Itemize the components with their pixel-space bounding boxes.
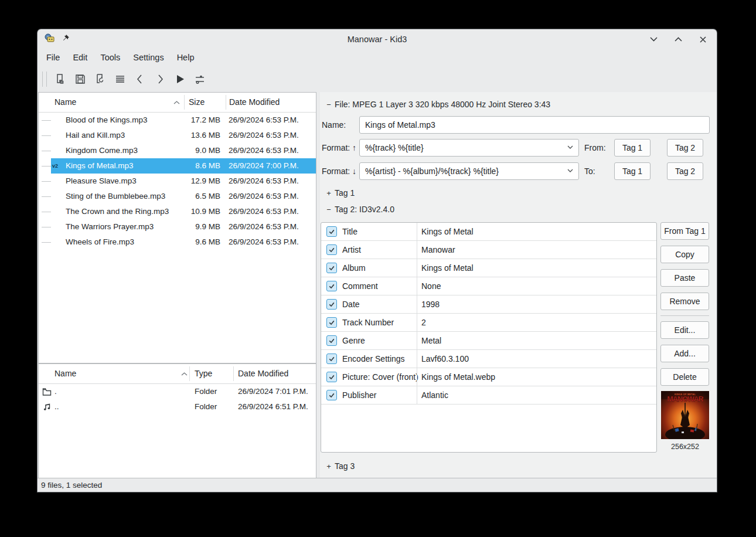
tag3-section-toggle[interactable]: + <box>325 461 333 471</box>
file-col-size[interactable]: Size <box>189 93 205 112</box>
file-name: Sting of the Bumblebee.mp3 <box>66 189 165 204</box>
frame-value[interactable]: Kings of Metal <box>421 259 656 277</box>
from-tag1-copy-button[interactable]: From Tag 1 <box>660 222 709 240</box>
file-name: Wheels of Fire.mp3 <box>66 234 134 250</box>
file-row[interactable]: Kingdom Come.mp39.0 MB26/9/2024 6:53 P.M… <box>39 143 316 158</box>
tag-frame-row[interactable]: Picture: Cover (front)Kings of Metal.web… <box>321 368 656 386</box>
menu-item-help[interactable]: Help <box>171 49 201 66</box>
file-row[interactable]: Pleasure Slave.mp312.9 MB26/9/2024 6:53 … <box>39 174 316 189</box>
save-icon[interactable] <box>70 70 90 89</box>
file-section-header: File: MPEG 1 Layer 3 320 kbps 48000 Hz J… <box>335 100 550 110</box>
frame-checkbox[interactable] <box>326 299 337 310</box>
tag-frame-row[interactable]: Track Number2 <box>321 314 656 332</box>
titlebar[interactable]: Manowar - Kid3 <box>38 29 717 49</box>
frame-label: Track Number <box>342 314 394 331</box>
tag-frame-row[interactable]: ArtistManowar <box>321 241 656 259</box>
frame-checkbox[interactable] <box>326 226 337 237</box>
frame-checkbox[interactable] <box>326 244 337 255</box>
file-row[interactable]: Hail and Kill.mp313.6 MB26/9/2024 6:53 P… <box>39 128 316 143</box>
tag2-frame-table: TitleKings of MetalArtistManowarAlbumKin… <box>321 222 657 453</box>
previous-file-icon[interactable] <box>130 70 150 89</box>
revert-icon[interactable] <box>90 70 110 89</box>
format-from-filename-combobox[interactable]: %{track} %{title} <box>359 139 579 157</box>
remove-button[interactable]: Remove <box>660 293 709 310</box>
tag-frame-row[interactable]: CommentNone <box>321 277 656 295</box>
file-size: 6.5 MB <box>195 189 220 204</box>
frame-checkbox[interactable] <box>326 354 337 364</box>
tag-panel: − File: MPEG 1 Layer 3 320 kbps 48000 Hz… <box>320 92 717 478</box>
tag-frame-row[interactable]: Encoder SettingsLavf60.3.100 <box>321 350 656 368</box>
paste-button[interactable]: Paste <box>660 269 709 287</box>
file-row[interactable]: Blood of the Kings.mp317.2 MB26/9/2024 6… <box>39 113 316 128</box>
file-col-name[interactable]: Name <box>55 93 76 112</box>
maximize-icon[interactable] <box>672 33 684 45</box>
add-button[interactable]: Add... <box>660 345 709 362</box>
from-tag2-button[interactable]: Tag 2 <box>667 139 703 157</box>
play-icon[interactable] <box>170 70 190 89</box>
frame-value[interactable]: 2 <box>421 314 656 331</box>
file-row[interactable]: The Warriors Prayer.mp39.9 MB26/9/2024 6… <box>39 219 316 234</box>
close-icon[interactable] <box>697 33 709 45</box>
frame-checkbox[interactable] <box>326 263 337 273</box>
folder-col-type[interactable]: Type <box>195 364 212 383</box>
tag1-section-header: Tag 1 <box>335 188 355 198</box>
from-tag1-button[interactable]: Tag 1 <box>614 139 651 157</box>
tag-frame-row[interactable]: GenreMetal <box>321 332 656 350</box>
frame-value[interactable]: 1998 <box>421 295 656 313</box>
frame-checkbox[interactable] <box>326 390 337 400</box>
toolbar-drag-handle[interactable] <box>42 72 47 87</box>
folder-date: 26/9/2024 7:01 P.M. <box>238 384 308 399</box>
frame-value[interactable]: Atlantic <box>421 386 656 404</box>
frame-value[interactable]: Kings of Metal <box>421 223 656 240</box>
tag-frame-row[interactable]: PublisherAtlantic <box>321 386 656 405</box>
settings-slider-icon[interactable] <box>190 70 210 89</box>
file-name: Pleasure Slave.mp3 <box>66 174 137 189</box>
to-tag1-button[interactable]: Tag 1 <box>614 162 651 180</box>
folder-col-date[interactable]: Date Modified <box>238 364 288 383</box>
tag-version-badge: v2 <box>52 162 58 169</box>
frame-checkbox[interactable] <box>326 372 337 382</box>
format-to-filename-combobox[interactable]: %{artist} - %{album}/%{track} %{title} <box>359 162 579 180</box>
tag1-section-toggle[interactable]: + <box>325 188 333 198</box>
frame-value[interactable]: Lavf60.3.100 <box>421 350 656 368</box>
tag-frame-row[interactable]: AlbumKings of Metal <box>321 259 656 277</box>
tag-frame-row[interactable]: TitleKings of Metal <box>321 223 656 241</box>
copy-button[interactable]: Copy <box>660 246 709 263</box>
file-row[interactable]: v2Kings of Metal.mp38.6 MB26/9/2024 7:00… <box>39 158 316 174</box>
frame-value[interactable]: Manowar <box>421 241 656 259</box>
folder-row[interactable]: .Folder26/9/2024 7:01 P.M. <box>39 384 316 399</box>
filename-input[interactable]: Kings of Metal.mp3 <box>359 116 710 134</box>
frame-checkbox[interactable] <box>326 335 337 346</box>
next-file-icon[interactable] <box>150 70 170 89</box>
file-col-date[interactable]: Date Modified <box>229 93 280 112</box>
tag-frame-row[interactable]: Date1998 <box>321 295 656 314</box>
file-size: 10.9 MB <box>191 204 220 219</box>
open-file-icon[interactable] <box>50 70 70 89</box>
to-tag2-button[interactable]: Tag 2 <box>667 162 703 180</box>
folder-row[interactable]: ..Folder26/9/2024 6:51 P.M. <box>39 399 316 414</box>
file-section-toggle[interactable]: − <box>325 100 333 110</box>
frame-checkbox[interactable] <box>326 281 337 291</box>
file-row[interactable]: Wheels of Fire.mp39.6 MB26/9/2024 6:53 P… <box>39 234 316 250</box>
minimize-icon[interactable] <box>648 33 659 45</box>
delete-button[interactable]: Delete <box>660 368 709 386</box>
file-size: 12.9 MB <box>191 174 220 189</box>
playlist-icon[interactable] <box>110 70 130 89</box>
frame-value[interactable]: Kings of Metal.webp <box>421 368 656 386</box>
menu-item-tools[interactable]: Tools <box>94 49 127 66</box>
frame-label: Encoder Settings <box>342 350 405 368</box>
frame-value[interactable]: Metal <box>421 332 656 349</box>
menu-item-edit[interactable]: Edit <box>66 49 94 66</box>
frame-value[interactable]: None <box>421 277 656 295</box>
folder-name: . <box>55 384 57 399</box>
menu-item-file[interactable]: File <box>40 49 66 66</box>
menu-item-settings[interactable]: Settings <box>127 49 170 66</box>
file-row[interactable]: The Crown and the Ring.mp310.9 MB26/9/20… <box>39 204 316 219</box>
frame-checkbox[interactable] <box>326 317 337 328</box>
file-name: The Warriors Prayer.mp3 <box>66 219 154 234</box>
edit-button[interactable]: Edit... <box>660 321 709 339</box>
tag2-section-toggle[interactable]: − <box>325 205 333 215</box>
file-row[interactable]: Sting of the Bumblebee.mp36.5 MB26/9/202… <box>39 189 316 204</box>
file-date: 26/9/2024 6:53 P.M. <box>229 204 299 219</box>
folder-col-name[interactable]: Name <box>55 364 76 383</box>
